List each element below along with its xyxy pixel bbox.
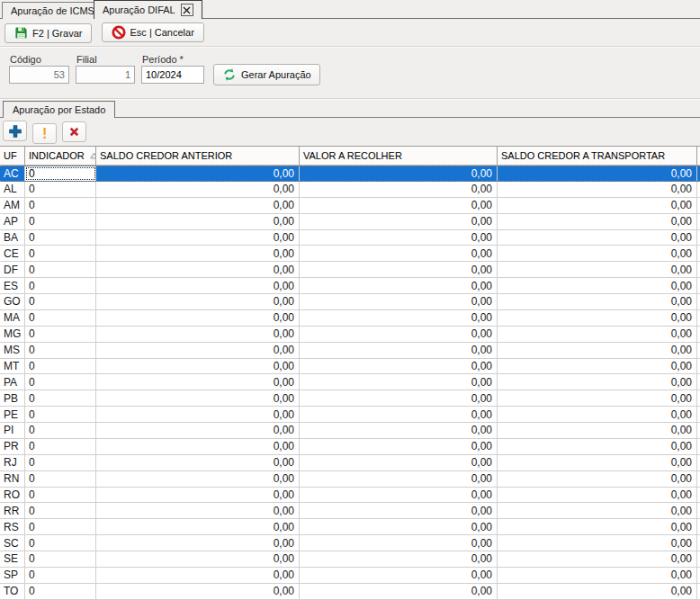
cell-saldo-credor-anterior[interactable]: 0,00 xyxy=(96,423,300,438)
cell-saldo-credor-anterior[interactable]: 0,00 xyxy=(96,519,300,534)
cell-saldo-credor-anterior[interactable]: 0,00 xyxy=(96,294,300,309)
cell-uf[interactable]: AC xyxy=(0,166,25,181)
cell-saldo-credor-a-transportar[interactable]: 0,00 xyxy=(498,471,697,487)
cell-uf[interactable]: TO xyxy=(0,584,25,599)
table-row[interactable]: BA 0 0,00 0,00 0,00 xyxy=(0,230,700,246)
column-header-saldo-credor-anterior[interactable]: SALDO CREDOR ANTERIOR xyxy=(96,147,300,165)
cell-indicador[interactable]: 0 xyxy=(25,374,96,390)
cell-valor-a-recolher[interactable]: 0,00 xyxy=(300,439,498,454)
table-row[interactable]: PA 0 0,00 0,00 0,00 xyxy=(0,374,700,390)
cell-saldo-credor-anterior[interactable]: 0,00 xyxy=(96,182,300,197)
cell-valor-a-recolher[interactable]: 0,00 xyxy=(300,519,498,534)
tab-apuracao-por-estado[interactable]: Apuração por Estado xyxy=(3,101,115,118)
cell-saldo-credor-a-transportar[interactable]: 0,00 xyxy=(498,262,697,277)
gerar-apuracao-button[interactable]: Gerar Apuração xyxy=(213,64,320,85)
cell-saldo-credor-anterior[interactable]: 0,00 xyxy=(96,343,300,358)
cell-saldo-credor-a-transportar[interactable]: 0,00 xyxy=(498,488,697,503)
cell-uf[interactable]: PE xyxy=(0,407,25,422)
cell-saldo-credor-anterior[interactable]: 0,00 xyxy=(96,584,300,599)
cell-valor-a-recolher[interactable]: 0,00 xyxy=(300,471,498,487)
table-row[interactable]: MA 0 0,00 0,00 0,00 xyxy=(0,310,700,327)
cell-valor-a-recolher[interactable]: 0,00 xyxy=(300,503,498,518)
cell-indicador[interactable]: 0 xyxy=(25,568,96,583)
table-row[interactable]: MT 0 0,00 0,00 0,00 xyxy=(0,359,700,375)
save-button[interactable]: F2 | Gravar xyxy=(4,23,92,43)
cell-saldo-credor-anterior[interactable]: 0,00 xyxy=(96,327,300,342)
cell-saldo-credor-a-transportar[interactable]: 0,00 xyxy=(498,584,697,599)
cell-uf[interactable]: GO xyxy=(0,294,25,309)
cell-valor-a-recolher[interactable]: 0,00 xyxy=(300,535,498,551)
cell-saldo-credor-anterior[interactable]: 0,00 xyxy=(96,568,300,583)
cell-valor-a-recolher[interactable]: 0,00 xyxy=(300,246,498,261)
cell-valor-a-recolher[interactable]: 0,00 xyxy=(300,327,498,342)
cell-saldo-credor-a-transportar[interactable]: 0,00 xyxy=(498,439,697,454)
periodo-field[interactable]: 10/2024 xyxy=(141,66,204,84)
cell-saldo-credor-a-transportar[interactable]: 0,00 xyxy=(498,294,697,309)
cell-uf[interactable]: MA xyxy=(0,310,25,326)
cell-valor-a-recolher[interactable]: 0,00 xyxy=(300,343,498,358)
cell-indicador[interactable]: 0 xyxy=(25,214,96,229)
cell-valor-a-recolher[interactable]: 0,00 xyxy=(300,198,498,213)
cell-valor-a-recolher[interactable]: 0,00 xyxy=(300,294,498,309)
cell-saldo-credor-a-transportar[interactable]: 0,00 xyxy=(498,310,697,326)
cell-indicador[interactable]: 0 xyxy=(25,471,96,487)
cell-indicador[interactable]: 0 xyxy=(25,535,96,551)
table-row[interactable]: RJ 0 0,00 0,00 0,00 xyxy=(0,455,700,471)
cell-uf[interactable]: BA xyxy=(0,230,25,246)
cell-indicador[interactable]: 0 xyxy=(25,488,96,503)
cell-saldo-credor-anterior[interactable]: 0,00 xyxy=(96,503,300,518)
cell-saldo-credor-a-transportar[interactable]: 0,00 xyxy=(498,198,697,213)
tab-apuracao-difal[interactable]: Apuração DIFAL xyxy=(94,0,202,19)
table-row[interactable]: ES 0 0,00 0,00 0,00 xyxy=(0,278,700,294)
cell-saldo-credor-a-transportar[interactable]: 0,00 xyxy=(498,407,697,422)
table-row[interactable]: AM 0 0,00 0,00 0,00 xyxy=(0,198,700,214)
table-row[interactable]: AC 0 0,00 0,00 0,00 xyxy=(0,166,700,182)
cell-saldo-credor-anterior[interactable]: 0,00 xyxy=(96,455,300,470)
cell-uf[interactable]: RN xyxy=(0,471,25,487)
cell-indicador[interactable]: 0 xyxy=(25,166,96,181)
cell-saldo-credor-anterior[interactable]: 0,00 xyxy=(96,230,300,246)
cell-saldo-credor-a-transportar[interactable]: 0,00 xyxy=(498,327,697,342)
cell-indicador[interactable]: 0 xyxy=(25,182,96,197)
cell-saldo-credor-a-transportar[interactable]: 0,00 xyxy=(498,214,697,229)
table-row[interactable]: CE 0 0,00 0,00 0,00 xyxy=(0,246,700,262)
cell-uf[interactable]: CE xyxy=(0,246,25,261)
cell-saldo-credor-a-transportar[interactable]: 0,00 xyxy=(498,568,697,583)
column-header-saldo-credor-a-transportar[interactable]: SALDO CREDOR A TRANSPORTAR xyxy=(498,147,697,165)
cell-saldo-credor-a-transportar[interactable]: 0,00 xyxy=(498,359,697,374)
table-row[interactable]: AL 0 0,00 0,00 0,00 xyxy=(0,182,700,198)
cell-indicador[interactable]: 0 xyxy=(25,359,96,374)
table-row[interactable]: PB 0 0,00 0,00 0,00 xyxy=(0,390,700,407)
cell-saldo-credor-anterior[interactable]: 0,00 xyxy=(96,374,300,390)
cell-indicador[interactable]: 0 xyxy=(25,343,96,358)
cell-indicador[interactable]: 0 xyxy=(25,327,96,342)
cancel-button[interactable]: Esc | Cancelar xyxy=(102,22,204,42)
cell-valor-a-recolher[interactable]: 0,00 xyxy=(300,455,498,470)
cell-saldo-credor-anterior[interactable]: 0,00 xyxy=(96,535,300,551)
cell-indicador[interactable]: 0 xyxy=(25,230,96,246)
cell-saldo-credor-anterior[interactable]: 0,00 xyxy=(96,488,300,503)
cell-uf[interactable]: ES xyxy=(0,278,25,293)
cell-indicador[interactable]: 0 xyxy=(25,423,96,438)
cell-indicador[interactable]: 0 xyxy=(25,390,96,406)
cell-indicador[interactable]: 0 xyxy=(25,310,96,326)
table-row[interactable]: RS 0 0,00 0,00 0,00 xyxy=(0,519,700,535)
cell-uf[interactable]: PR xyxy=(0,439,25,454)
cell-indicador[interactable]: 0 xyxy=(25,294,96,309)
cell-uf[interactable]: DF xyxy=(0,262,25,277)
cell-indicador[interactable]: 0 xyxy=(25,262,96,277)
table-row[interactable]: DF 0 0,00 0,00 0,00 xyxy=(0,262,700,278)
cell-uf[interactable]: MG xyxy=(0,327,25,342)
cell-uf[interactable]: AL xyxy=(0,182,25,197)
cell-valor-a-recolher[interactable]: 0,00 xyxy=(300,423,498,438)
cell-saldo-credor-anterior[interactable]: 0,00 xyxy=(96,471,300,487)
table-row[interactable]: AP 0 0,00 0,00 0,00 xyxy=(0,214,700,230)
cell-saldo-credor-a-transportar[interactable]: 0,00 xyxy=(498,519,697,534)
column-header-uf[interactable]: UF xyxy=(0,147,25,165)
cell-saldo-credor-anterior[interactable]: 0,00 xyxy=(96,359,300,374)
cell-saldo-credor-a-transportar[interactable]: 0,00 xyxy=(498,343,697,358)
cell-uf[interactable]: SC xyxy=(0,535,25,551)
close-icon[interactable] xyxy=(181,4,193,16)
cell-valor-a-recolher[interactable]: 0,00 xyxy=(300,374,498,390)
cell-saldo-credor-a-transportar[interactable]: 0,00 xyxy=(498,455,697,470)
